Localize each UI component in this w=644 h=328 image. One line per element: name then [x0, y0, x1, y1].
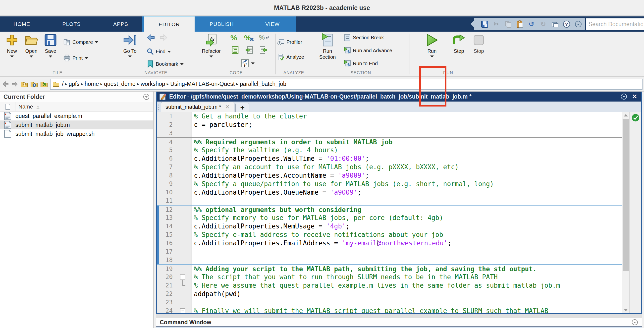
profiler-button[interactable]: Profiler — [278, 38, 302, 46]
run-button[interactable]: Run — [420, 33, 444, 58]
code-line[interactable]: 24−% Finally we will submit the MATLAB s… — [157, 306, 622, 313]
code-line[interactable]: 4%% Required arguments in order to submi… — [157, 137, 622, 146]
horizontal-splitter[interactable] — [156, 314, 642, 318]
code-line[interactable]: 6c.AdditionalProperties.WallTime = '01:0… — [157, 154, 622, 163]
current-folder-menu-button[interactable] — [143, 93, 150, 100]
code-line[interactable]: 17 — [157, 247, 622, 256]
bookmark-button[interactable]: Bookmark — [147, 60, 184, 68]
tab-editor[interactable]: EDITOR — [144, 16, 194, 32]
command-window-menu-button[interactable] — [631, 319, 638, 326]
run-and-advance-button[interactable]: Run and Advance — [344, 47, 392, 54]
document-tab[interactable]: submit_matlab_job.m * ✕ — [161, 102, 234, 112]
qat-cut-button[interactable]: ✂ — [492, 20, 500, 28]
tab-plots[interactable]: PLOTS — [44, 16, 100, 32]
tab-publish[interactable]: PUBLISH — [194, 16, 249, 32]
indent-right-button[interactable] — [246, 46, 253, 54]
code-fold-collapse-icon[interactable]: − — [180, 274, 185, 280]
name-column-header[interactable]: Name — [18, 104, 33, 110]
code-analyzer-ok-icon[interactable] — [632, 114, 640, 122]
scrollbar-up-icon[interactable] — [622, 112, 629, 118]
breadcrumb-item[interactable]: Using-MATLAB-on-Quest — [169, 81, 236, 87]
command-window-bar[interactable]: Command Window — [156, 318, 642, 326]
file-list-header[interactable]: Name △ — [0, 102, 153, 112]
code-line[interactable]: 22addpath(pwd) — [157, 290, 622, 298]
code-line[interactable]: 15% Specify e-mail address to receive no… — [157, 230, 622, 239]
refactor-button[interactable]: fx Refactor — [199, 33, 223, 58]
new-tab-button[interactable]: + — [236, 103, 249, 112]
code-line[interactable]: 16c.AdditionalProperties.EmailAddress = … — [157, 239, 622, 247]
qat-help-button[interactable]: ? — [562, 20, 570, 28]
fixed-point-button[interactable]: fi — [241, 59, 254, 68]
tab-home[interactable]: HOME — [0, 16, 44, 32]
up-one-level-button[interactable] — [20, 81, 28, 88]
breadcrumb-item[interactable]: parallel_batch_job — [238, 81, 288, 87]
qat-paste-button[interactable] — [516, 20, 524, 28]
code-line[interactable]: 18 — [157, 256, 622, 264]
code-line[interactable]: 8c.AdditionalProperties.AccountName = 'a… — [157, 171, 622, 180]
file-row[interactable]: submit_matlab_job.m — [0, 120, 153, 130]
code-line[interactable]: 19%% Adding your script to the MATLAB pa… — [157, 264, 622, 273]
code-line[interactable]: 5% Specify the walltime (e.g. 4 hours) — [157, 146, 622, 154]
file-row[interactable]: quest_parallel_example.m — [0, 112, 153, 120]
document-tab-close-icon[interactable]: ✕ — [225, 104, 230, 110]
run-to-end-button[interactable]: Run to End — [344, 60, 378, 67]
code-line[interactable]: 2c = parcluster; — [157, 120, 622, 129]
code-fold-collapse-icon[interactable]: − — [180, 308, 185, 313]
breadcrumb-field[interactable]: /▸gpfs▸home▸quest_demo▸workshop▸Using-MA… — [50, 79, 642, 90]
code-editor-area[interactable]: 1% Get a handle to the cluster2c = parcl… — [157, 112, 641, 313]
code-line[interactable]: 12%% optional arguments but worth consid… — [157, 205, 622, 214]
code-line[interactable]: 3 — [157, 129, 622, 137]
run-section-button[interactable]: Run Section — [316, 33, 340, 60]
breadcrumb-item[interactable]: / — [60, 81, 65, 87]
breadcrumb-item[interactable]: gpfs — [67, 81, 81, 87]
back-button[interactable] — [147, 34, 155, 41]
breadcrumb-item[interactable]: home — [83, 81, 100, 87]
code-line[interactable]: 1% Get a handle to the cluster — [157, 112, 622, 120]
forward-button[interactable] — [159, 34, 168, 41]
uncomment-button[interactable]: % — [244, 34, 254, 42]
folder-forward-button[interactable] — [12, 81, 18, 87]
qat-copy-button[interactable] — [504, 20, 512, 28]
code-line[interactable]: 20−% The script that you want to run thr… — [157, 273, 622, 281]
smart-indent-button[interactable] — [232, 46, 239, 54]
code-analyzer-strip[interactable] — [629, 112, 641, 313]
code-line[interactable]: 21% Here we assume that quest_parallel_e… — [157, 281, 622, 290]
file-row[interactable]: submit_matlab_job_wrapper.sh — [0, 130, 153, 138]
indent-left-button[interactable] — [260, 46, 267, 54]
tab-view[interactable]: VIEW — [249, 16, 296, 32]
tab-strip-drag-handle[interactable] — [157, 103, 161, 112]
search-documentation-input[interactable] — [586, 18, 644, 30]
folder-back-button[interactable] — [2, 81, 9, 87]
breadcrumb-item[interactable]: quest_demo — [102, 81, 137, 87]
comment-button[interactable]: % — [230, 34, 237, 42]
code-line[interactable]: 13% Specify memory to use for MATLAB job… — [157, 214, 622, 222]
open-in-new-folder-button[interactable] — [40, 81, 48, 88]
qat-save-button[interactable] — [480, 20, 489, 28]
find-button[interactable]: Find — [147, 48, 171, 55]
goto-button[interactable]: Go To — [118, 33, 142, 58]
editor-close-button[interactable]: ✕ — [632, 93, 637, 100]
wrap-comments-button[interactable]: % — [259, 34, 269, 41]
editor-title-bar[interactable]: Editor - /gpfs/home/quest_demo/workshop/… — [157, 92, 641, 102]
analyze-button[interactable]: Analyze — [278, 54, 304, 60]
code-line[interactable]: 7% Specify an account to use for MATLAB … — [157, 163, 622, 171]
qat-switch-windows-button[interactable] — [551, 20, 559, 28]
section-break-button[interactable]: Section Break — [344, 34, 384, 41]
editor-scrollbar[interactable] — [622, 112, 629, 313]
compare-button[interactable]: Compare — [64, 38, 98, 46]
stop-button[interactable]: Stop — [467, 33, 491, 54]
qat-menu-chevron-icon[interactable] — [574, 20, 582, 28]
code-line[interactable]: 11 — [157, 196, 622, 205]
tab-apps[interactable]: APPS — [100, 16, 142, 32]
code-line[interactable]: 9% Specify a queue/partition to use for … — [157, 180, 622, 188]
editor-menu-button[interactable] — [620, 93, 627, 100]
qat-undo-button[interactable]: ↺ — [527, 20, 536, 28]
scrollbar-thumb[interactable] — [622, 119, 629, 271]
code-line[interactable]: 14c.AdditionalProperties.MemUsage = '4gb… — [157, 222, 622, 230]
scrollbar-down-icon[interactable] — [622, 307, 629, 313]
print-button[interactable]: Print — [64, 54, 88, 62]
qat-redo-button[interactable]: ↻ — [539, 20, 547, 28]
save-button[interactable]: Save — [38, 33, 62, 58]
code-line[interactable]: 10c.AdditionalProperties.QueueName = 'a9… — [157, 188, 622, 196]
code-line[interactable]: 23 — [157, 298, 622, 306]
